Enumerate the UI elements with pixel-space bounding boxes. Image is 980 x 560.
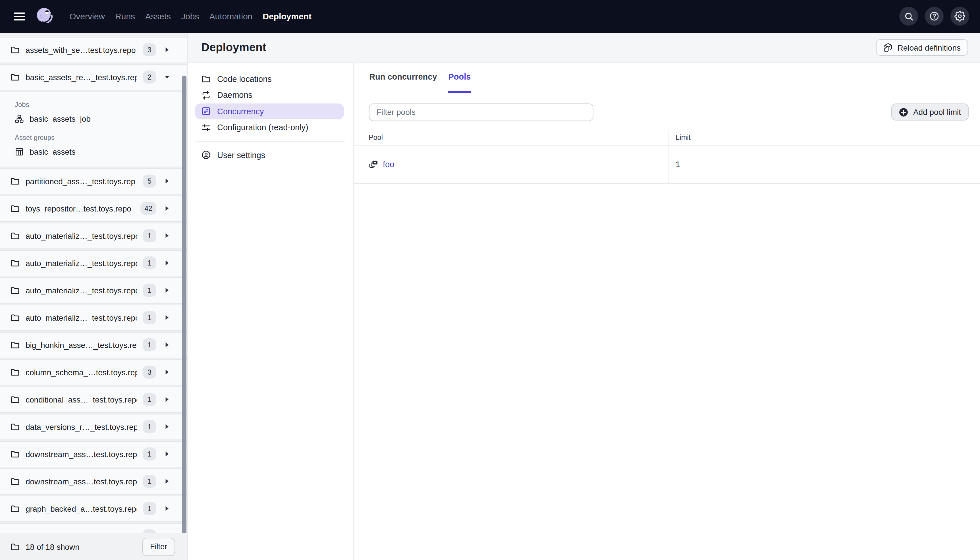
code-location-row[interactable]: graph_backed_a…test.toys.repo1 xyxy=(0,495,187,522)
chevron-right-icon[interactable] xyxy=(164,369,170,375)
code-location-row[interactable]: long_asset_keys…_test.toys.rep1 xyxy=(0,523,187,533)
concurrency-tabs: Run concurrencyPools xyxy=(353,63,980,93)
topnav-item-runs[interactable]: Runs xyxy=(115,12,135,21)
chevron-right-icon[interactable] xyxy=(164,423,170,430)
code-location-row[interactable]: big_honkin_asse…_test.toys.rep1 xyxy=(0,332,187,358)
code-location-name: basic_assets_re…_test.toys.rep xyxy=(26,72,137,82)
chevron-right-icon[interactable] xyxy=(164,342,170,348)
definitions-count-badge: 42 xyxy=(140,202,156,215)
nav-item-daemons[interactable]: Daemons xyxy=(195,87,344,103)
topnav-item-overview[interactable]: Overview xyxy=(69,12,105,21)
code-location-row[interactable]: conditional_ass…_test.toys.repo1 xyxy=(0,386,187,412)
nav-item-label: Concurrency xyxy=(217,107,264,116)
code-location-row[interactable]: auto_materializ…_test.toys.repo1 xyxy=(0,223,187,249)
code-location-row[interactable]: data_versions_r…_test.toys.rep1 xyxy=(0,413,187,440)
deployment-body: Code locationsDaemonsConcurrencyConfigur… xyxy=(188,63,980,560)
folder-icon xyxy=(10,449,20,459)
nav-item-label: Code locations xyxy=(217,75,272,83)
code-location-row[interactable]: toys_repositor…test.toys.repo42 xyxy=(0,195,187,222)
settings-button[interactable] xyxy=(950,7,969,26)
column-header-limit: Limit xyxy=(668,130,980,145)
help-icon xyxy=(929,11,940,22)
pool-link[interactable]: foo xyxy=(369,160,394,169)
chevron-right-icon[interactable] xyxy=(164,178,170,184)
main-content: Deployment Reload definitions Code xyxy=(188,33,980,560)
add-pool-limit-button[interactable]: Add pool limit xyxy=(892,103,968,121)
topnav-item-automation[interactable]: Automation xyxy=(210,12,253,21)
chevron-right-icon[interactable] xyxy=(164,478,170,484)
topnav-item-jobs[interactable]: Jobs xyxy=(181,12,199,21)
jobs-section-label: Jobs xyxy=(0,97,187,111)
definitions-count-badge: 3 xyxy=(143,365,156,378)
nav-item-concurrency[interactable]: Concurrency xyxy=(195,103,344,119)
definitions-count-badge: 2 xyxy=(143,70,156,83)
filter-pools-input[interactable] xyxy=(369,103,593,121)
column-header-pool: Pool xyxy=(353,130,668,145)
sidebar-scrollbar[interactable] xyxy=(182,75,186,560)
chevron-right-icon[interactable] xyxy=(164,287,170,293)
gear-icon xyxy=(954,11,965,22)
help-button[interactable] xyxy=(925,7,943,26)
reload-definitions-button[interactable]: Reload definitions xyxy=(876,40,968,56)
folder-icon xyxy=(10,176,20,186)
pools-table: Pool Limit foo1 xyxy=(353,129,980,183)
code-location-row[interactable]: partitioned_ass…_test.toys.rep5 xyxy=(0,168,187,194)
chevron-right-icon[interactable] xyxy=(164,314,170,321)
code-location-row[interactable]: auto_materializ…_test.toys.repo1 xyxy=(0,305,187,331)
user-settings-label: User settings xyxy=(217,151,265,160)
tab-run-concurrency[interactable]: Run concurrency xyxy=(369,63,438,92)
definitions-count-badge: 1 xyxy=(143,529,156,533)
concurrency-pane: Run concurrencyPools Add pool limit xyxy=(353,63,980,560)
menu-icon[interactable] xyxy=(13,13,25,20)
nav-item-user-settings[interactable]: User settings xyxy=(195,147,344,163)
code-location-name: conditional_ass…_test.toys.repo xyxy=(26,395,137,404)
asset-group-item[interactable]: basic_assets xyxy=(0,144,187,160)
asset-groups-section-label: Asset groups xyxy=(0,127,187,144)
folder-icon xyxy=(10,340,20,350)
plus-circle-icon xyxy=(899,107,908,117)
folder-icon xyxy=(10,203,20,213)
chevron-right-icon[interactable] xyxy=(164,396,170,403)
nav-item-configuration-read-only[interactable]: Configuration (read-only) xyxy=(195,120,344,135)
code-location-name: column_schema_…test.toys.rep xyxy=(26,368,137,377)
code-location-row[interactable]: auto_materializ…_test.toys.repo1 xyxy=(0,250,187,276)
folder-icon xyxy=(10,45,20,55)
code-location-name: auto_materializ…_test.toys.repo xyxy=(26,313,137,322)
expanded-location-detail: Jobsbasic_assets_jobAsset groupsbasic_as… xyxy=(0,91,187,167)
chevron-down-icon[interactable] xyxy=(164,75,170,79)
definitions-count-badge: 1 xyxy=(143,393,156,406)
chevron-right-icon[interactable] xyxy=(164,47,170,53)
code-locations-sidebar: assets_with_se…test.toys.repo3basic_asse… xyxy=(0,33,188,560)
code-location-row[interactable]: downstream_ass…test.toys.rep1 xyxy=(0,468,187,494)
job-item[interactable]: basic_assets_job xyxy=(0,111,187,127)
code-location-row[interactable]: basic_assets_re…_test.toys.rep2 xyxy=(0,64,187,90)
top-nav: OverviewRunsAssetsJobsAutomationDeployme… xyxy=(0,0,980,33)
chevron-right-icon[interactable] xyxy=(164,505,170,512)
chevron-right-icon[interactable] xyxy=(164,205,170,212)
dagster-logo-icon[interactable] xyxy=(35,7,55,27)
search-button[interactable] xyxy=(899,7,918,26)
topnav-item-assets[interactable]: Assets xyxy=(145,12,171,21)
page-header: Deployment Reload definitions xyxy=(188,33,980,63)
code-location-name: downstream_ass…test.toys.rep xyxy=(26,449,137,458)
reload-definitions-label: Reload definitions xyxy=(897,43,961,52)
tab-pools[interactable]: Pools xyxy=(448,63,471,92)
nav-item-code-locations[interactable]: Code locations xyxy=(195,71,344,87)
chevron-right-icon[interactable] xyxy=(164,233,170,239)
job-name: basic_assets_job xyxy=(30,114,91,123)
definitions-count-badge: 1 xyxy=(143,338,156,352)
chevron-right-icon[interactable] xyxy=(164,451,170,457)
code-location-row[interactable]: column_schema_…test.toys.rep3 xyxy=(0,359,187,385)
filter-locations-button[interactable]: Filter xyxy=(142,538,175,556)
code-location-name: auto_materializ…_test.toys.repo xyxy=(26,231,137,240)
pool-icon xyxy=(369,160,378,169)
code-location-row[interactable]: downstream_ass…test.toys.rep1 xyxy=(0,441,187,467)
code-location-row[interactable]: assets_with_se…test.toys.repo3 xyxy=(0,37,187,63)
code-location-row[interactable]: auto_materializ…_test.toys.repo1 xyxy=(0,277,187,303)
definitions-count-badge: 3 xyxy=(143,43,156,56)
chevron-right-icon[interactable] xyxy=(164,260,170,266)
definitions-count-badge: 1 xyxy=(143,229,156,242)
topnav-item-deployment[interactable]: Deployment xyxy=(263,12,311,21)
folder-icon xyxy=(10,395,20,404)
pool-table-row: foo1 xyxy=(353,145,980,183)
